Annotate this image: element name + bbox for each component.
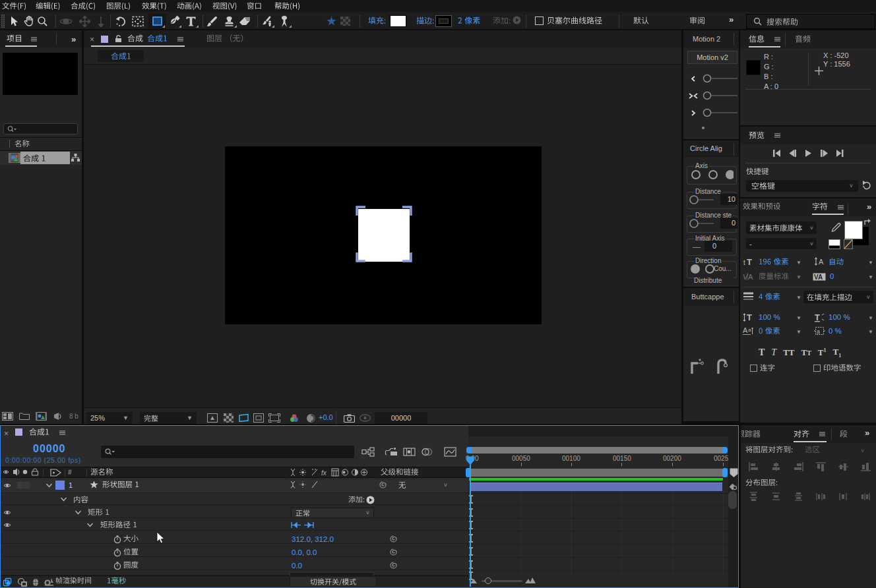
svg-text:a: a — [748, 327, 751, 333]
svg-text:A: A — [743, 326, 748, 334]
svg-text:a: a — [817, 328, 820, 335]
svg-text:VA: VA — [814, 274, 823, 281]
svg-text:T: T — [747, 257, 752, 266]
svg-text:t: t — [743, 259, 745, 266]
svg-text:A: A — [748, 273, 753, 281]
svg-text:T: T — [815, 312, 820, 322]
svg-text:A: A — [819, 258, 824, 266]
svg-text:T: T — [747, 312, 752, 322]
